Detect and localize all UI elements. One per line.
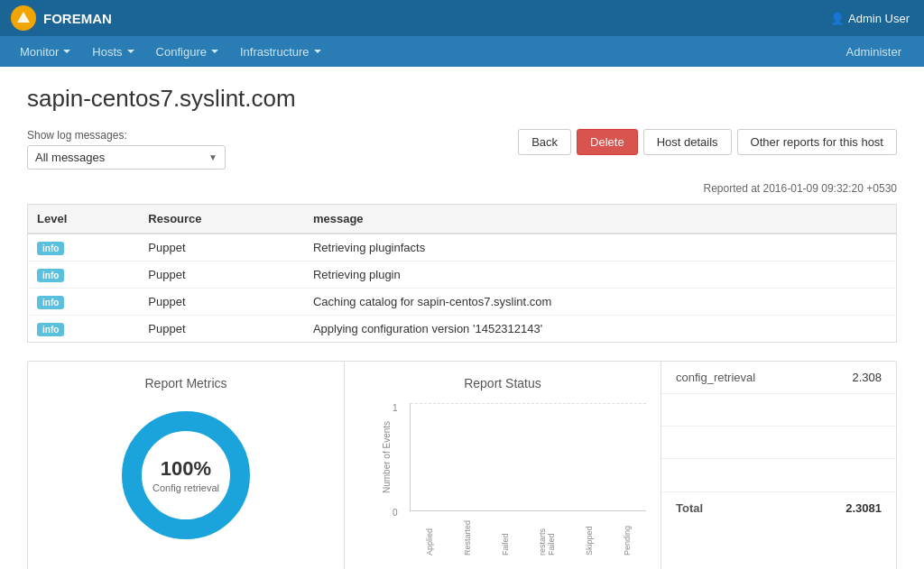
metrics-value: 2.308	[852, 371, 882, 384]
configure-caret-icon	[211, 50, 218, 53]
level-badge: info	[37, 269, 64, 282]
x-label-skipped: Skipped	[585, 515, 594, 555]
donut-container: 100% Config retrieval	[42, 403, 329, 547]
other-reports-button[interactable]: Other reports for this host	[737, 129, 897, 155]
chart-area: 1 0 Applied Restarted Failed Failed rest…	[410, 403, 646, 511]
cell-level: info	[28, 234, 140, 262]
report-status-panel: Report Status Number of Events 1 0	[345, 362, 661, 569]
x-labels: Applied Restarted Failed Failed restarts…	[411, 515, 646, 555]
x-label-restarted: Restarted	[463, 515, 472, 555]
host-details-button[interactable]: Host details	[643, 129, 732, 155]
brand-name: FOREMAN	[43, 11, 112, 26]
cell-message: Retrieving pluginfacts	[304, 234, 897, 262]
table-row: info Puppet Retrieving pluginfacts	[28, 234, 897, 262]
select-arrow-icon: ▼	[201, 152, 225, 162]
nav-monitor[interactable]: Monitor	[11, 40, 79, 64]
nav-administer-label: Administer	[846, 45, 901, 59]
brand-logo	[11, 5, 36, 31]
back-button[interactable]: Back	[518, 129, 571, 155]
reported-at: Reported at 2016-01-09 09:32:20 +0530	[27, 182, 897, 195]
cell-message: Retrieving plugin	[304, 262, 897, 289]
col-message: message	[304, 205, 897, 234]
page-content: sapin-centos7.syslint.com Show log messa…	[0, 67, 924, 569]
nav-hosts[interactable]: Hosts	[83, 40, 143, 64]
nav-infrastructure[interactable]: Infrastructure	[231, 40, 330, 64]
metrics-spacer-row	[661, 459, 896, 491]
y-axis-label: Number of Events	[382, 421, 392, 493]
table-row: info Puppet Applying configuration versi…	[28, 316, 897, 343]
metrics-spacer-row	[661, 427, 896, 459]
donut-percent: 100%	[152, 457, 219, 481]
x-label-applied: Applied	[425, 515, 434, 555]
nav-infrastructure-label: Infrastructure	[240, 45, 310, 59]
report-status-title: Report Status	[359, 376, 646, 390]
nav-administer[interactable]: Administer	[837, 40, 913, 64]
log-table: Level Resource message info Puppet Retri…	[27, 204, 897, 343]
x-label-failed: Failed	[501, 515, 510, 555]
cell-resource: Puppet	[139, 234, 304, 262]
level-badge: info	[37, 242, 64, 255]
log-filter: Show log messages: All messages ▼	[27, 129, 226, 170]
secondary-navbar: Monitor Hosts Configure Infrastructure A…	[0, 36, 924, 67]
metrics-total-value: 2.3081	[845, 501, 882, 515]
level-badge: info	[37, 296, 64, 309]
level-badge: info	[37, 323, 64, 336]
metrics-total-label: Total	[676, 501, 703, 515]
y-tick-0: 0	[393, 508, 398, 518]
admin-menu[interactable]: 👤 Admin User	[830, 12, 913, 25]
nav-hosts-label: Hosts	[92, 45, 122, 59]
data-line-svg	[411, 403, 646, 510]
metrics-row: Report Metrics 100% Config retrieval	[27, 361, 897, 569]
cell-level: info	[28, 316, 140, 343]
metrics-data-panel: config_retrieval 2.308 Total 2.3081	[661, 362, 896, 569]
donut-wrapper: 100% Config retrieval	[114, 403, 258, 547]
hosts-caret-icon	[127, 50, 134, 53]
cell-level: info	[28, 289, 140, 316]
nav-configure[interactable]: Configure	[147, 40, 227, 64]
top-navbar: FOREMAN 👤 Admin User	[0, 0, 924, 36]
log-filter-select-wrapper[interactable]: All messages ▼	[27, 145, 226, 170]
x-label-pending: Pending	[623, 515, 632, 555]
table-row: info Puppet Retrieving plugin	[28, 262, 897, 289]
metrics-key: config_retrieval	[676, 371, 755, 384]
log-filter-select[interactable]: All messages	[28, 146, 201, 169]
metrics-data-row: config_retrieval 2.308	[661, 362, 896, 394]
col-resource: Resource	[139, 205, 304, 234]
cell-message: Caching catalog for sapin-centos7.syslin…	[304, 289, 897, 316]
infrastructure-caret-icon	[314, 50, 321, 53]
report-metrics-panel: Report Metrics 100% Config retrieval	[28, 362, 345, 569]
monitor-caret-icon	[63, 50, 70, 53]
cell-message: Applying configuration version '14523121…	[304, 316, 897, 343]
cell-level: info	[28, 262, 140, 289]
x-label-failed-restarts: Failed restarts	[538, 515, 556, 555]
report-metrics-title: Report Metrics	[42, 376, 329, 390]
metrics-spacer-row	[661, 394, 896, 427]
action-buttons: Back Delete Host details Other reports f…	[518, 129, 897, 155]
col-level: Level	[28, 205, 140, 234]
cell-resource: Puppet	[139, 262, 304, 289]
nav-configure-label: Configure	[156, 45, 207, 59]
svg-marker-0	[17, 12, 30, 23]
table-row: info Puppet Caching catalog for sapin-ce…	[28, 289, 897, 316]
donut-center: 100% Config retrieval	[152, 457, 219, 494]
y-tick-1: 1	[393, 403, 398, 413]
nav-links: Monitor Hosts Configure Infrastructure	[11, 40, 330, 64]
nav-monitor-label: Monitor	[20, 45, 59, 59]
donut-label: Config retrieval	[152, 482, 219, 493]
brand: FOREMAN	[11, 5, 112, 31]
admin-label: Admin User	[848, 12, 910, 25]
log-filter-label: Show log messages:	[27, 129, 226, 142]
controls-row: Show log messages: All messages ▼ Back D…	[27, 129, 897, 170]
cell-resource: Puppet	[139, 316, 304, 343]
admin-icon: 👤	[830, 12, 845, 25]
delete-button[interactable]: Delete	[577, 129, 638, 155]
metrics-total-row: Total 2.3081	[661, 491, 896, 524]
page-title: sapin-centos7.syslint.com	[27, 85, 897, 113]
cell-resource: Puppet	[139, 289, 304, 316]
